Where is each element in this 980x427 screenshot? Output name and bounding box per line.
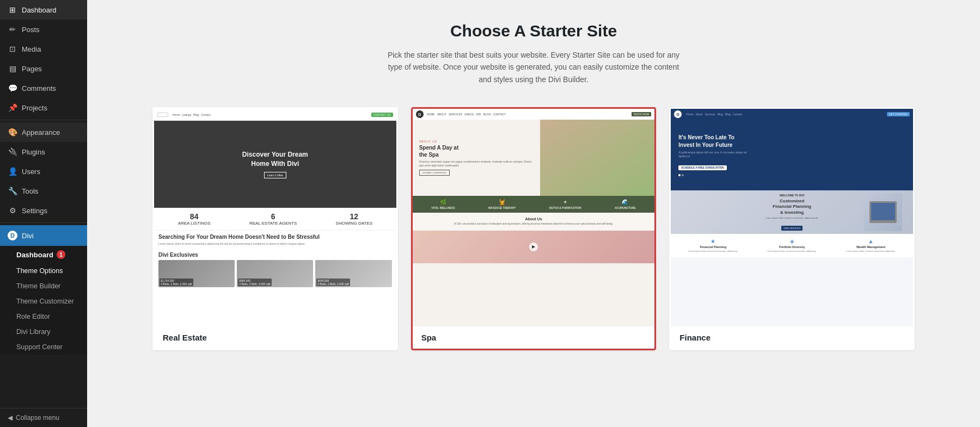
finance-label: Finance bbox=[671, 326, 913, 349]
submenu-theme-customizer[interactable]: Theme Customizer bbox=[0, 294, 87, 309]
finance-preview: D HomeAboutServicesBlogBlogContact GET S… bbox=[671, 109, 913, 326]
sidebar-item-label: Tools bbox=[22, 187, 38, 195]
submenu-divi-library[interactable]: Divi Library bbox=[0, 324, 87, 339]
fin-nav: D HomeAboutServicesBlogBlogContact GET S… bbox=[671, 109, 913, 120]
plugins-icon: 🔌 bbox=[8, 147, 17, 156]
sidebar-item-media[interactable]: ⊡ Media bbox=[0, 39, 87, 59]
appearance-icon: 🎨 bbox=[8, 128, 17, 137]
settings-icon: ⚙ bbox=[8, 206, 17, 215]
separator bbox=[0, 120, 87, 120]
sidebar-item-label: Projects bbox=[22, 104, 47, 112]
collapse-label: Collapse menu bbox=[16, 414, 59, 422]
starter-card-real-estate[interactable]: HomeListingsBlogContact CONTACT US Disco… bbox=[152, 107, 398, 350]
sidebar-item-tools[interactable]: 🔧 Tools bbox=[0, 181, 87, 201]
sidebar-item-label: Users bbox=[22, 168, 40, 176]
sidebar: ⊞ Dashboard ✏ Posts ⊡ Media ▤ Pages 💬 Co… bbox=[0, 0, 87, 427]
dashboard-icon: ⊞ bbox=[8, 5, 17, 14]
separator-2 bbox=[0, 222, 87, 223]
submenu-theme-builder[interactable]: Theme Builder bbox=[0, 279, 87, 294]
dashboard-badge: 1 bbox=[57, 250, 65, 259]
fin-features: ★ Financial Planning Lorem ipsum dolor s… bbox=[671, 234, 913, 257]
re-hero-text: Discover Your DreamHome With Divi bbox=[242, 150, 308, 169]
spa-play-button: ▶ bbox=[529, 243, 538, 251]
divi-icon: D bbox=[8, 231, 17, 240]
re-listings: $1,234,0003 Beds, 2 Bath, 2,300 sqft $98… bbox=[154, 260, 396, 287]
sidebar-item-label: Comments bbox=[22, 84, 56, 92]
users-icon: 👤 bbox=[8, 167, 17, 176]
tools-icon: 🔧 bbox=[8, 187, 17, 195]
spa-preview: D HOMEABOUTSERVICESAREASSPABLOGCONTACT B… bbox=[413, 109, 655, 326]
sidebar-item-comments[interactable]: 💬 Comments bbox=[0, 78, 87, 98]
sidebar-item-divi[interactable]: D Divi bbox=[0, 225, 87, 246]
collapse-menu-button[interactable]: ◀ Collapse menu bbox=[0, 408, 87, 427]
spa-hero: ABOUT US Spend A Day atthe Spa Vivamus v… bbox=[413, 120, 655, 196]
pages-icon: ▤ bbox=[8, 64, 17, 73]
fin-services-image: WELCOME TO DIVI CustomizedFinancial Plan… bbox=[671, 190, 913, 234]
collapse-icon: ◀ bbox=[8, 414, 13, 422]
sidebar-item-posts[interactable]: ✏ Posts bbox=[0, 20, 87, 39]
sidebar-item-projects[interactable]: 📌 Projects bbox=[0, 98, 87, 117]
spa-about: About Us At Divi, we provide a sanctuary… bbox=[413, 213, 655, 231]
fin-hero: It's Never Too Late To Invest In Your Fu… bbox=[671, 120, 913, 190]
sidebar-item-plugins[interactable]: 🔌 Plugins bbox=[0, 142, 87, 162]
spa-image-row: ▶ bbox=[413, 231, 655, 263]
sidebar-item-label: Posts bbox=[22, 26, 40, 34]
sidebar-item-settings[interactable]: ⚙ Settings bbox=[0, 201, 87, 220]
projects-icon: 📌 bbox=[8, 103, 17, 112]
fin-nav-links: HomeAboutServicesBlogBlogContact bbox=[686, 113, 742, 116]
re-nav-button: CONTACT US bbox=[371, 113, 393, 117]
spa-services: 🌿VITAL WELLNESS 💆MASSAGE THERAPY ✦DETOX … bbox=[413, 196, 655, 213]
re-hero-button: Learn Coffee bbox=[264, 172, 286, 178]
real-estate-preview: HomeListingsBlogContact CONTACT US Disco… bbox=[154, 109, 396, 326]
divi-label: Divi bbox=[22, 232, 34, 240]
sidebar-item-label: Dashboard bbox=[22, 6, 57, 14]
sidebar-item-label: Pages bbox=[22, 65, 42, 73]
re-exclusives-title: Divi Exclusives bbox=[154, 249, 396, 260]
re-nav-links: HomeListingsBlogContact bbox=[173, 113, 211, 116]
page-subtitle: Pick the starter site that best suits yo… bbox=[387, 49, 681, 85]
page-title: Choose A Starter Site bbox=[120, 22, 947, 40]
main-content: Choose A Starter Site Pick the starter s… bbox=[87, 0, 980, 427]
sidebar-item-label: Settings bbox=[22, 207, 47, 215]
starters-grid: HomeListingsBlogContact CONTACT US Disco… bbox=[152, 107, 915, 350]
comments-icon: 💬 bbox=[8, 84, 17, 92]
spa-nav: D HOMEABOUTSERVICESAREASSPABLOGCONTACT B… bbox=[413, 109, 655, 120]
fin-logo: D bbox=[674, 110, 682, 118]
submenu-label: Dashboard bbox=[16, 251, 53, 259]
posts-icon: ✏ bbox=[8, 25, 17, 34]
fin-nav-button: GET STARTED bbox=[887, 112, 910, 116]
sidebar-item-users[interactable]: 👤 Users bbox=[0, 162, 87, 181]
spa-logo: D bbox=[416, 110, 424, 118]
sidebar-item-label: Appearance bbox=[22, 128, 60, 137]
submenu-support-center[interactable]: Support Center bbox=[0, 339, 87, 355]
sidebar-item-label: Plugins bbox=[22, 148, 45, 156]
submenu-role-editor[interactable]: Role Editor bbox=[0, 309, 87, 324]
submenu-theme-options[interactable]: Theme Options bbox=[0, 263, 87, 279]
re-nav: HomeListingsBlogContact CONTACT US bbox=[154, 109, 396, 121]
re-logo bbox=[157, 113, 168, 117]
starter-card-spa[interactable]: D HOMEABOUTSERVICESAREASSPABLOGCONTACT B… bbox=[411, 107, 657, 350]
divi-submenu-dashboard[interactable]: Dashboard 1 bbox=[0, 246, 87, 263]
sidebar-item-dashboard[interactable]: ⊞ Dashboard bbox=[0, 0, 87, 20]
starter-card-finance[interactable]: D HomeAboutServicesBlogBlogContact GET S… bbox=[669, 107, 915, 350]
re-hero: Discover Your DreamHome With Divi Learn … bbox=[154, 121, 396, 208]
re-stats: 84AREA LISTINGS 6REAL ESTATE AGENTS 12SH… bbox=[154, 208, 396, 231]
spa-nav-links: HOMEABOUTSERVICESAREASSPABLOGCONTACT bbox=[427, 113, 506, 116]
re-section-title: Searching For Your Dream Home Doesn't Ne… bbox=[154, 231, 396, 242]
sidebar-item-label: Media bbox=[22, 45, 41, 53]
sidebar-item-appearance[interactable]: 🎨 Appearance bbox=[0, 122, 87, 142]
spa-nav-button: BOOK NOW bbox=[632, 112, 651, 116]
divi-submenu: Dashboard 1 Theme Options Theme Builder … bbox=[0, 246, 87, 355]
spa-label: Spa bbox=[413, 326, 655, 349]
real-estate-label: Real Estate bbox=[154, 326, 396, 349]
media-icon: ⊡ bbox=[8, 45, 17, 53]
sidebar-item-pages[interactable]: ▤ Pages bbox=[0, 59, 87, 78]
